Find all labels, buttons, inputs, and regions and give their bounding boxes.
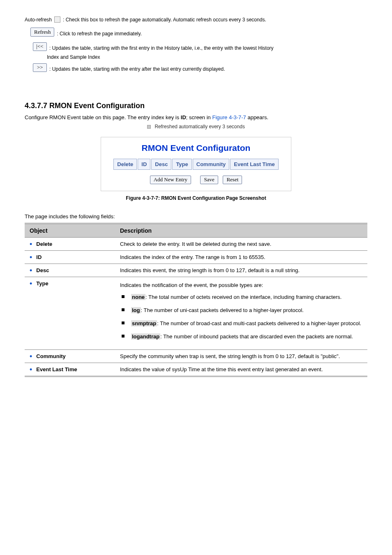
refresh-button[interactable]: Refresh (30, 28, 54, 37)
col-community: Community (193, 159, 230, 170)
desc-event-last-time: Indicates the value of sysUp Time at the… (115, 363, 367, 376)
desc-delete: Check to delete the entry. It will be de… (115, 238, 367, 251)
figure-prelabel: Refreshed automatically every 3 seconds (25, 124, 367, 130)
auto-refresh-label: Auto-refresh (25, 17, 52, 23)
square-bullet-icon (122, 308, 125, 311)
add-new-entry-button[interactable]: Add New Entry (150, 176, 191, 184)
bullet-icon: • (30, 268, 32, 273)
config-header-table: Delete ID Desc Type Community Event Last… (113, 158, 279, 171)
desc-desc: Indicates this event, the string length … (115, 264, 367, 277)
square-bullet-icon (122, 295, 125, 298)
refresh-desc: : Click to refresh the page immediately. (57, 31, 142, 37)
auto-refresh-checkbox-icon (54, 16, 60, 23)
col-delete: Delete (113, 159, 137, 170)
next-desc: : Updates the table, starting with the e… (49, 66, 225, 72)
param-head-object: Object (25, 224, 115, 238)
table-row: • Community Specify the community when t… (25, 349, 367, 363)
table-row: • Delete Check to delete the entry. It w… (25, 238, 367, 251)
obj-id: ID (36, 254, 42, 260)
square-bullet-icon (122, 321, 125, 324)
reset-button[interactable]: Reset (223, 176, 242, 184)
save-button[interactable]: Save (200, 176, 218, 184)
square-bullet-icon (147, 125, 151, 129)
col-id: ID (138, 159, 150, 170)
desc-type: Indicates the notification of the event,… (115, 277, 367, 350)
bullet-icon: • (30, 255, 32, 260)
bullet-icon: • (30, 281, 32, 286)
panel-title: RMON Event Configuraton (113, 143, 279, 153)
col-desc: Desc (151, 159, 171, 170)
parameter-table: Object Description • Delete Check to del… (25, 223, 367, 377)
rmon-event-config-panel: RMON Event Configuraton Delete ID Desc T… (101, 137, 291, 191)
col-type: Type (172, 159, 191, 170)
bullet-icon: • (30, 354, 32, 359)
table-row: • ID Indicates the index of the entry. T… (25, 251, 367, 264)
prev-desc: : Updates the table, starting with the f… (49, 45, 274, 51)
obj-desc: Desc (36, 267, 49, 273)
table-row: • Desc Indicates this event, the string … (25, 264, 367, 277)
obj-community: Community (36, 353, 66, 359)
figure-caption: Figure 4-3-7-7: RMON Event Configuration… (25, 195, 367, 201)
table-row: • Type Indicates the notification of the… (25, 277, 367, 350)
square-bullet-icon (122, 335, 125, 338)
param-head-description: Description (115, 224, 367, 238)
table-intro: The page includes the following fields: (25, 213, 367, 220)
desc-community: Specify the community when trap is sent,… (115, 349, 367, 363)
page-prev-button[interactable]: |<< (33, 42, 47, 51)
desc-id: Indicates the index of the entry. The ra… (115, 251, 367, 264)
bullet-icon: • (30, 367, 32, 372)
obj-type: Type (36, 280, 48, 287)
section-intro: Configure RMON Event table on this page.… (25, 114, 367, 120)
section-heading: 4.3.7.7 RMON Event Configuration (25, 102, 367, 110)
page-next-button[interactable]: >> (33, 63, 47, 72)
bullet-icon: • (30, 242, 32, 247)
table-row: • Event Last Time Indicates the value of… (25, 363, 367, 376)
obj-event-last-time: Event Last Time (36, 366, 77, 372)
obj-delete: Delete (36, 241, 52, 247)
col-event-last-time: Event Last Time (230, 159, 278, 170)
auto-refresh-desc: : Check this box to refresh the page aut… (63, 17, 266, 23)
prev-desc-line2: Index and Sample Index (47, 54, 100, 60)
